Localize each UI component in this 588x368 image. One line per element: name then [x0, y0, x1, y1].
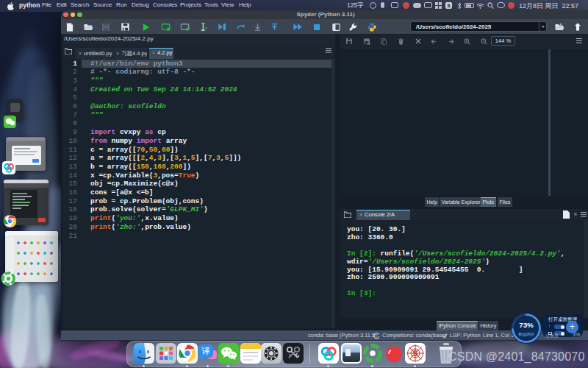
- svg-text:释放内存: 释放内存: [518, 332, 535, 337]
- svg-text:S: S: [412, 349, 417, 358]
- svg-text:73%: 73%: [519, 321, 534, 329]
